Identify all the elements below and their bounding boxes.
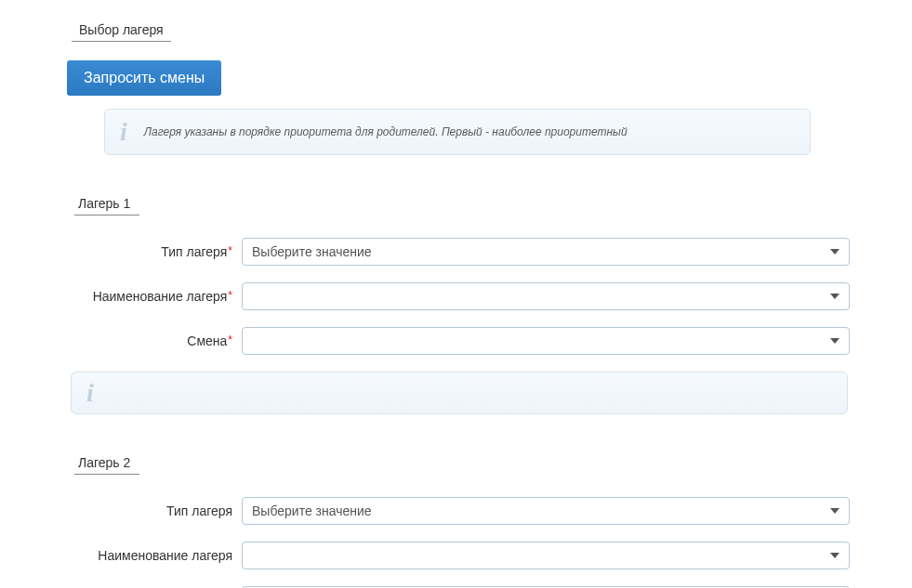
- required-star: *: [228, 333, 232, 346]
- info-priority-box: i Лагеря указаны в порядке приоритета дл…: [104, 109, 811, 155]
- info-camp1-box: i: [71, 372, 848, 414]
- select-camp2-name[interactable]: [242, 542, 850, 569]
- section-header-camp-1: Лагерь 1: [74, 196, 139, 216]
- select-camp2-type[interactable]: Выберите значение: [242, 497, 850, 525]
- required-star: *: [228, 244, 232, 257]
- section-header-camp-2: Лагерь 2: [74, 455, 139, 475]
- tab-camp-selection[interactable]: Выбор лагеря: [72, 22, 171, 42]
- info-icon: i: [86, 380, 94, 406]
- info-icon: i: [120, 119, 127, 145]
- label-camp2-type: Тип лагеря: [67, 503, 236, 518]
- select-camp1-shift[interactable]: [242, 327, 850, 355]
- label-camp2-name: Наименование лагеря: [67, 548, 236, 563]
- required-star: *: [228, 289, 232, 302]
- request-shifts-button[interactable]: Запросить смены: [67, 60, 221, 96]
- label-camp1-name: Наименование лагеря*: [67, 289, 236, 304]
- select-camp1-name[interactable]: [242, 282, 850, 310]
- select-camp1-type[interactable]: Выберите значение: [242, 238, 850, 266]
- label-camp1-type: Тип лагеря*: [67, 244, 236, 259]
- label-camp1-shift: Смена*: [67, 333, 236, 348]
- info-priority-text: Лагеря указаны в порядке приоритета для …: [144, 125, 628, 138]
